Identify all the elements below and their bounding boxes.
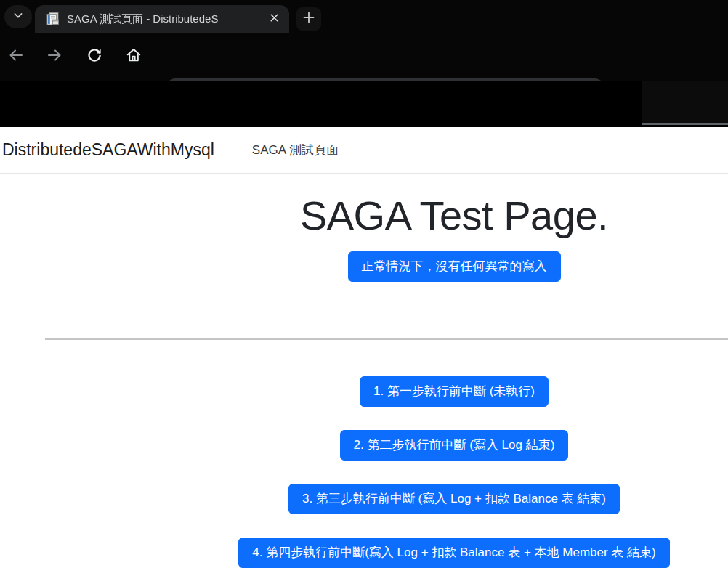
document-pages-favicon-icon — [45, 12, 60, 26]
browser-tab[interactable]: SAGA 測試頁面 - DistributedeS — [35, 5, 289, 33]
divider — [45, 338, 728, 340]
saga-row-4: 4. 第四步執行前中斷(寫入 Log + 扣款 Balance 表 + 本地 M… — [0, 538, 728, 584]
navbar-link-saga-test[interactable]: SAGA 測試頁面 — [252, 142, 339, 158]
saga-step4-interrupt-button[interactable]: 4. 第四步執行前中斷(寫入 Log + 扣款 Balance 表 + 本地 M… — [238, 538, 669, 568]
saga-step2-interrupt-button[interactable]: 2. 第二步執行前中斷 (寫入 Log 結束) — [340, 430, 569, 461]
right-panel-strip — [642, 81, 728, 125]
site-navbar: DistributedeSAGAWithMysql SAGA 測試頁面 — [0, 127, 728, 174]
saga-row-1: 1. 第一步執行前中斷 (未執行) — [0, 376, 728, 430]
page-title: SAGA Test Page. — [0, 174, 728, 239]
tab-search-button[interactable] — [4, 5, 32, 28]
tab-title: SAGA 測試頁面 - DistributedeS — [67, 12, 262, 26]
browser-toolbar: localhost:7255 — [0, 33, 728, 81]
tab-strip: SAGA 測試頁面 - DistributedeS — [0, 0, 728, 33]
close-icon — [269, 12, 280, 26]
back-button[interactable] — [1, 42, 31, 71]
normal-button-row: 正常情況下，沒有任何異常的寫入 — [0, 239, 728, 282]
saga-step1-interrupt-button[interactable]: 1. 第一步執行前中斷 (未執行) — [360, 376, 549, 407]
browser-chrome: SAGA 測試頁面 - DistributedeS — [0, 0, 728, 127]
page-main: SAGA Test Page. 正常情況下，沒有任何異常的寫入 1. 第一步執行… — [0, 174, 728, 584]
forward-button[interactable] — [40, 42, 69, 71]
home-icon — [125, 46, 142, 67]
saga-button-list: 1. 第一步執行前中斷 (未執行) 2. 第二步執行前中斷 (寫入 Log 結束… — [0, 376, 728, 584]
tab-close-button[interactable] — [264, 9, 283, 28]
saga-row-2: 2. 第二步執行前中斷 (寫入 Log 結束) — [0, 430, 728, 484]
home-button[interactable] — [119, 42, 148, 71]
normal-write-button[interactable]: 正常情況下，沒有任何異常的寫入 — [348, 251, 561, 282]
forward-arrow-icon — [46, 46, 63, 67]
saga-row-3: 3. 第三步執行前中斷 (寫入 Log + 扣款 Balance 表 結束) — [0, 484, 728, 538]
web-page: DistributedeSAGAWithMysql SAGA 測試頁面 SAGA… — [0, 127, 728, 584]
navbar-brand[interactable]: DistributedeSAGAWithMysql — [2, 140, 214, 160]
chevron-down-icon — [12, 9, 24, 24]
saga-step3-interrupt-button[interactable]: 3. 第三步執行前中斷 (寫入 Log + 扣款 Balance 表 結束) — [288, 484, 620, 514]
reload-button[interactable] — [80, 42, 109, 71]
plus-icon — [302, 11, 315, 27]
new-tab-button[interactable] — [296, 7, 321, 31]
chrome-gap — [0, 81, 728, 127]
back-arrow-icon — [7, 46, 25, 67]
reload-icon — [86, 46, 103, 67]
